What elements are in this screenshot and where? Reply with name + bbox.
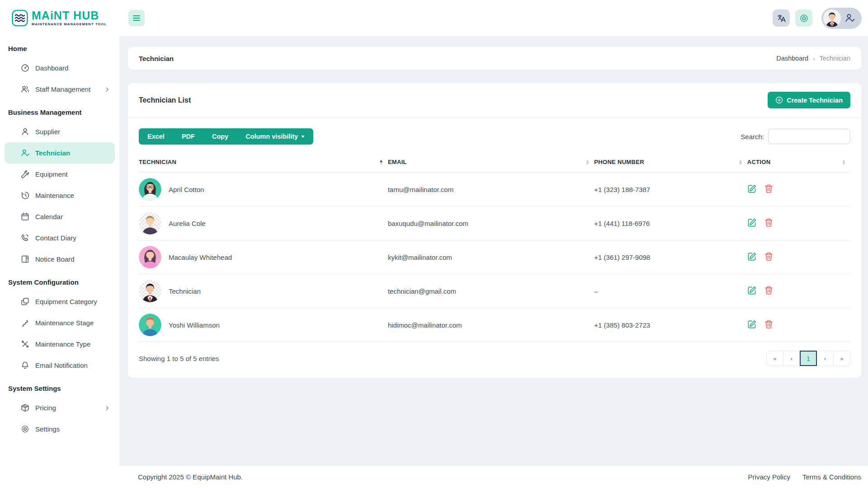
column-header-phone-number[interactable]: PHONE NUMBER▴▾ [594, 152, 747, 173]
sidebar-item-staff-management[interactable]: Staff Management [5, 79, 115, 100]
column-header-technician[interactable]: TECHNICIAN▴▾ [139, 152, 388, 173]
sidebar-item-technician[interactable]: Technician [5, 142, 115, 164]
delete-button[interactable] [764, 319, 774, 329]
sidebar-item-email-notification[interactable]: Email Notification [5, 355, 115, 376]
edit-button[interactable] [747, 319, 757, 329]
language-button[interactable] [773, 9, 790, 27]
edit-icon [747, 286, 757, 295]
edit-icon [747, 319, 757, 329]
column-visibility-button[interactable]: Column visibility [237, 128, 313, 145]
pagination-page-1[interactable]: 1 [800, 351, 817, 366]
search-label: Search: [741, 133, 764, 141]
column-header-action[interactable]: ACTION▴▾ [747, 152, 850, 173]
sidebar-toggle-button[interactable] [128, 10, 145, 26]
technician-name: Technician [169, 287, 201, 295]
sidebar-item-contact-diary[interactable]: Contact Diary [5, 227, 115, 249]
table-row: Yoshi Williamsonhidimoc@mailinator.com+1… [139, 308, 850, 342]
sidebar-section-title: System Settings [0, 376, 119, 397]
technician-email: tamu@mailinator.com [388, 173, 594, 206]
pagination-last[interactable]: » [833, 351, 850, 366]
technician-phone: +1 (385) 803-2723 [594, 308, 747, 342]
edit-button[interactable] [747, 286, 757, 295]
table-row: Aurelia Colebaxuqudu@mailinator.com+1 (4… [139, 206, 850, 240]
technician-name: Yoshi Williamson [169, 321, 220, 329]
pagination: «‹1›» [766, 351, 850, 366]
technician-phone: +1 (441) 118-6976 [594, 206, 747, 240]
sidebar-item-notice-board[interactable]: Notice Board [5, 249, 115, 270]
clock-history-icon [21, 191, 29, 200]
edit-button[interactable] [747, 184, 757, 193]
delete-button[interactable] [764, 218, 774, 227]
translate-icon [777, 14, 786, 23]
chevron-right-icon [104, 86, 110, 93]
dashboard-icon [21, 64, 29, 72]
sidebar-nav: HomeDashboardStaff ManagementBusiness Ma… [0, 36, 119, 440]
edit-button[interactable] [747, 218, 757, 227]
search-input[interactable] [768, 129, 850, 144]
delete-button[interactable] [764, 184, 774, 193]
sort-icon: ▴▾ [586, 159, 589, 164]
breadcrumb-current: Technician [819, 55, 850, 62]
sidebar-item-equipment[interactable]: Equipment [5, 164, 115, 185]
page-footer: Copyright 2025 © EquipMaint Hub. Privacy… [119, 466, 868, 488]
wrench-icon [21, 170, 29, 178]
technician-table: TECHNICIAN▴▾EMAIL▴▾PHONE NUMBER▴▾ACTION▴… [139, 152, 850, 342]
profile-menu-button[interactable] [821, 8, 862, 29]
sidebar-item-maintenance-stage[interactable]: Maintenance Stage [5, 312, 115, 333]
technician-email: baxuqudu@mailinator.com [388, 206, 594, 240]
sidebar-item-dashboard[interactable]: Dashboard [5, 57, 115, 79]
user-check-icon [845, 13, 855, 23]
chevron-right-icon [104, 405, 110, 411]
copyright-text: Copyright 2025 © EquipMaint Hub. [138, 473, 243, 481]
sidebar-item-supplier[interactable]: Supplier [5, 121, 115, 142]
people-icon [21, 85, 29, 94]
column-header-email[interactable]: EMAIL▴▾ [388, 152, 594, 173]
brand-tagline: MAINTENANCE MANAGEMENT TOOL [32, 23, 107, 26]
copy-icon [21, 297, 29, 306]
sidebar-item-equipment-category[interactable]: Equipment Category [5, 291, 115, 312]
sidebar-item-maintenance-type[interactable]: Maintenance Type [5, 333, 115, 355]
sidebar: MAiNT HUB MAINTENANCE MANAGEMENT TOOL Ho… [0, 0, 119, 488]
sidebar-section-title: Home [0, 36, 119, 57]
page-title: Technician [139, 55, 174, 62]
page-header-card: Technician Dashboard › Technician [128, 47, 861, 70]
sidebar-item-settings[interactable]: Settings [5, 418, 115, 440]
entries-summary: Showing 1 to 5 of 5 entries [139, 355, 219, 362]
avatar [139, 280, 161, 302]
table-row: April Cottontamu@mailinator.com+1 (323) … [139, 173, 850, 206]
sort-icon: ▴▾ [843, 159, 845, 164]
table-row: Macaulay Whiteheadkykit@mailinator.com+1… [139, 240, 850, 274]
breadcrumb: Dashboard › Technician [776, 55, 850, 62]
trash-icon [764, 319, 774, 329]
sidebar-section-title: System Configuration [0, 270, 119, 291]
avatar [823, 9, 841, 27]
sort-icon: ▴▾ [380, 159, 382, 164]
edit-button[interactable] [747, 252, 757, 261]
brand-logo[interactable]: MAiNT HUB MAINTENANCE MANAGEMENT TOOL [0, 0, 119, 36]
plus-circle-icon [775, 96, 783, 104]
delete-button[interactable] [764, 252, 774, 261]
hamburger-icon [133, 15, 140, 16]
export-copy-button[interactable]: Copy [203, 128, 237, 145]
sidebar-item-maintenance[interactable]: Maintenance [5, 185, 115, 206]
sidebar-item-calendar[interactable]: Calendar [5, 206, 115, 227]
technician-phone: – [594, 274, 747, 308]
technician-email: technician@gmail.com [388, 274, 594, 308]
footer-link-terms-conditions[interactable]: Terms & Conditions [802, 473, 861, 481]
delete-button[interactable] [764, 286, 774, 295]
export-excel-button[interactable]: Excel [139, 128, 173, 145]
footer-link-privacy-policy[interactable]: Privacy Policy [748, 473, 790, 481]
export-pdf-button[interactable]: PDF [173, 128, 203, 145]
pagination-first[interactable]: « [766, 351, 783, 366]
box-icon [21, 404, 29, 412]
settings-button[interactable] [795, 9, 812, 27]
pagination-prev[interactable]: ‹ [783, 351, 800, 366]
breadcrumb-dashboard[interactable]: Dashboard [776, 55, 808, 62]
person-check-icon [21, 149, 29, 157]
sidebar-item-pricing[interactable]: Pricing [5, 397, 115, 418]
technician-email: kykit@mailinator.com [388, 240, 594, 274]
avatar [139, 246, 161, 268]
create-technician-button[interactable]: Create Technician [768, 92, 850, 108]
caret-down-icon [301, 136, 305, 138]
pagination-next[interactable]: › [816, 351, 834, 366]
